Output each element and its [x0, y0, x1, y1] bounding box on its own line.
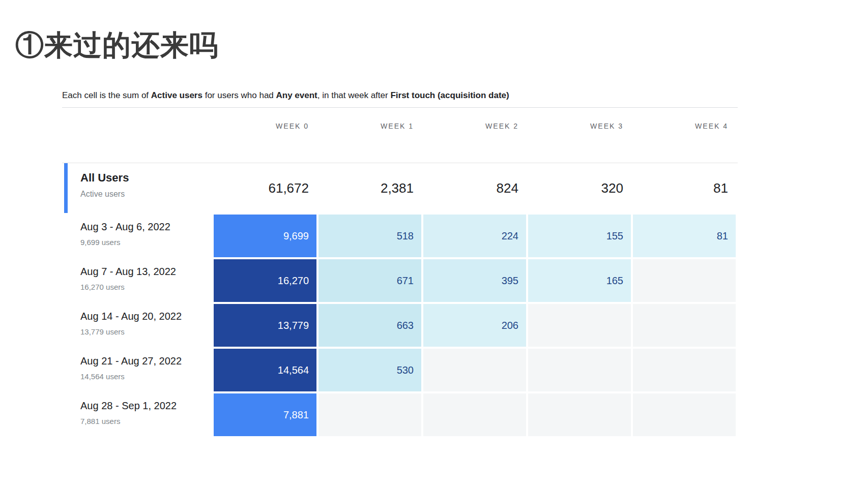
cohort-row-sublabel: 7,881 users — [80, 417, 120, 425]
cohort-cell: 395 — [423, 259, 526, 302]
cohort-cell: 13,779 — [214, 304, 316, 347]
cohort-cell — [633, 304, 736, 347]
description-touch: First touch (acquisition date) — [390, 90, 509, 100]
all-users-row: All Users Active users 61,672 2,381 824 … — [62, 163, 738, 214]
cohort-cell: 7,881 — [214, 393, 316, 436]
divider — [62, 107, 738, 108]
cohort-row-3: Aug 21 - Aug 27, 2022 14,564 users 14,56… — [62, 349, 738, 391]
cohort-row-1: Aug 7 - Aug 13, 2022 16,270 users 16,270… — [62, 259, 738, 302]
cohort-cell — [633, 259, 736, 302]
cohort-cell — [528, 304, 631, 347]
cohort-row-sublabel: 14,564 users — [80, 372, 125, 381]
cohort-cell — [528, 393, 631, 436]
description-metric: Active users — [151, 90, 202, 100]
cohort-cell — [633, 349, 736, 391]
cohort-row-label: Aug 28 - Sep 1, 2022 — [80, 400, 177, 412]
cohort-cell — [423, 393, 526, 436]
cohort-row-2: Aug 14 - Aug 20, 2022 13,779 users 13,77… — [62, 304, 738, 347]
description-text: Each cell is the sum of — [62, 90, 151, 100]
cohort-row-0: Aug 3 - Aug 6, 2022 9,699 users 9,699 51… — [62, 215, 738, 257]
cohort-cell: 518 — [319, 215, 421, 257]
cohort-cell: 14,564 — [214, 349, 316, 391]
cohort-cell: 81 — [633, 215, 736, 257]
week-header-2: WEEK 2 — [423, 122, 526, 133]
cohort-row-sublabel: 9,699 users — [80, 238, 120, 247]
all-users-subtitle: Active users — [80, 190, 125, 199]
cohort-cell: 16,270 — [214, 259, 316, 302]
cohort-cell: 663 — [319, 304, 421, 347]
cohort-cell: 530 — [319, 349, 421, 391]
cohort-row-sublabel: 16,270 users — [80, 283, 125, 291]
cohort-row-4: Aug 28 - Sep 1, 2022 7,881 users 7,881 — [62, 393, 738, 436]
all-users-value-week1: 2,381 — [319, 163, 421, 213]
week-header-0: WEEK 0 — [214, 122, 316, 133]
report-description: Each cell is the sum of Active users for… — [62, 90, 509, 101]
all-users-value-week2: 824 — [423, 163, 526, 213]
all-users-value-week4: 81 — [633, 163, 736, 213]
week-header-3: WEEK 3 — [528, 122, 631, 133]
cohort-row-label: Aug 21 - Aug 27, 2022 — [80, 355, 182, 367]
cohort-row-label: Aug 7 - Aug 13, 2022 — [80, 266, 176, 278]
cohort-row-label: Aug 14 - Aug 20, 2022 — [80, 311, 182, 322]
description-text: for users who had — [202, 90, 276, 100]
cohort-cell — [633, 393, 736, 436]
cohort-cell — [528, 349, 631, 391]
week-header-4: WEEK 4 — [633, 122, 736, 133]
description-event: Any event — [276, 90, 317, 100]
cohort-grid: Aug 3 - Aug 6, 2022 9,699 users 9,699 51… — [62, 215, 738, 436]
cohort-cell: 165 — [528, 259, 631, 302]
cohort-cell: 224 — [423, 215, 526, 257]
cohort-cell — [423, 349, 526, 391]
all-users-accent-bar — [64, 163, 68, 213]
cohort-cell: 671 — [319, 259, 421, 302]
description-text: , in that week after — [317, 90, 391, 100]
all-users-title: All Users — [80, 171, 129, 185]
all-users-value-week3: 320 — [528, 163, 631, 213]
cohort-cell: 9,699 — [214, 215, 316, 257]
cohort-row-sublabel: 13,779 users — [80, 327, 125, 336]
all-users-value-week0: 61,672 — [214, 163, 316, 213]
cohort-report: Each cell is the sum of Active users for… — [62, 0, 738, 488]
cohort-cell — [319, 393, 421, 436]
cohort-cell: 206 — [423, 304, 526, 347]
cohort-cell: 155 — [528, 215, 631, 257]
week-header-1: WEEK 1 — [319, 122, 421, 133]
cohort-row-label: Aug 3 - Aug 6, 2022 — [80, 221, 170, 233]
